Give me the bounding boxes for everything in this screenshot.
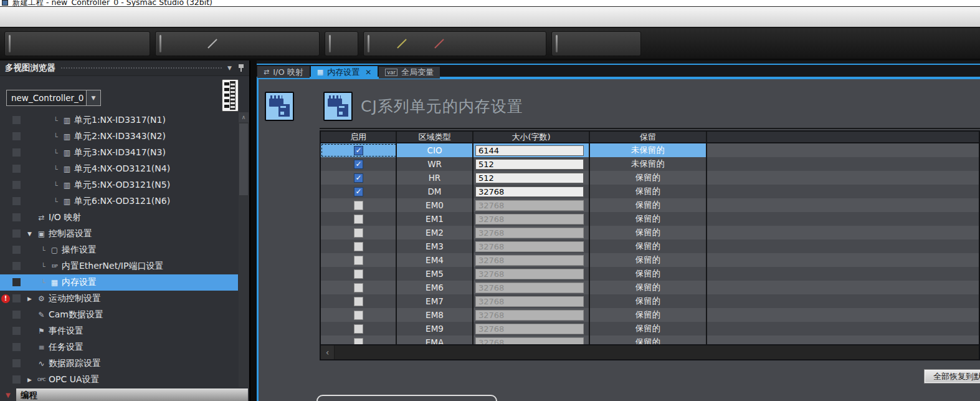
controller-selector[interactable]: new_Controller_0 ▼ — [6, 90, 101, 106]
size-input[interactable]: 32768 — [475, 269, 584, 279]
toolbar-icon[interactable] — [374, 33, 392, 54]
toolbar-icon[interactable] — [166, 33, 184, 54]
menu-item[interactable] — [69, 7, 85, 27]
toolbar-icon[interactable] — [278, 33, 297, 54]
menu-item[interactable] — [101, 7, 117, 27]
table-row[interactable]: EM7 32768 保留的 — [321, 294, 979, 308]
table-row[interactable]: EMA 32768 保留的 — [321, 336, 979, 344]
toolbar-icon[interactable] — [240, 33, 259, 54]
size-input[interactable]: 32768 — [475, 214, 584, 225]
tree-scrollbar[interactable]: ∧ — [239, 112, 249, 387]
scroll-up-icon[interactable]: ∧ — [239, 112, 249, 122]
enable-checkbox[interactable] — [354, 338, 363, 345]
enable-checkbox[interactable] — [354, 146, 363, 155]
size-input[interactable]: 32768 — [475, 310, 584, 321]
toolbar-icon[interactable] — [411, 33, 430, 54]
size-input[interactable]: 32768 — [475, 186, 584, 197]
table-row[interactable]: EM9 32768 保留的 — [321, 322, 979, 336]
toolbar-icon[interactable] — [203, 33, 222, 54]
toolbar-icon[interactable] — [486, 33, 505, 54]
expand-arrow-icon[interactable]: ▼ — [27, 231, 36, 237]
size-input[interactable]: 32768 — [475, 228, 584, 238]
tree-item[interactable]: └ EIP 内置EtherNet/IP端口设置 — [0, 258, 238, 274]
size-input[interactable]: 32768 — [475, 337, 584, 345]
toolbar-icon[interactable] — [449, 33, 467, 54]
toolbar-icon[interactable] — [618, 33, 637, 54]
tree-item[interactable]: └ ▦ 内存设置 — [0, 274, 238, 291]
table-row[interactable]: EM2 32768 保留的 — [321, 226, 979, 239]
toolbar-icon[interactable] — [52, 33, 71, 54]
table-row[interactable]: EM4 32768 保留的 — [321, 253, 979, 267]
expand-arrow-icon[interactable]: ▶ — [27, 296, 36, 302]
toolbar-icon[interactable] — [523, 33, 542, 54]
toolbar-icon[interactable] — [562, 33, 581, 54]
table-row[interactable]: CIO 6144 未保留的 — [321, 143, 979, 157]
toolbar-icon[interactable] — [15, 33, 34, 54]
enable-checkbox[interactable] — [354, 269, 363, 279]
tree-item[interactable]: └ ▥ 单元4:NX-OD3121(N4) — [0, 161, 238, 177]
size-input[interactable]: 6144 — [475, 145, 584, 156]
toolbar-icon[interactable] — [259, 33, 278, 54]
editor-tab[interactable]: var 全局变量 — [379, 67, 440, 79]
table-row[interactable]: WR 512 未保留的 — [321, 157, 979, 171]
chevron-down-icon[interactable]: ▼ — [86, 90, 100, 105]
enable-checkbox[interactable] — [354, 160, 363, 169]
size-input[interactable]: 32768 — [475, 241, 584, 252]
toolbar-icon[interactable] — [127, 33, 146, 54]
toolbar-icon[interactable] — [392, 33, 411, 54]
editor-tab[interactable]: ⇄ I/O 映射 — [257, 66, 310, 78]
size-input[interactable]: 32768 — [475, 283, 584, 293]
tree-item[interactable]: ✎ Cam数据设置 — [0, 307, 238, 323]
size-input[interactable]: 32768 — [475, 255, 584, 266]
tree-item[interactable]: └ ▥ 单元2:NX-ID3343(N2) — [0, 128, 238, 145]
enable-checkbox[interactable] — [354, 297, 363, 306]
tree-item[interactable]: ⚑ 事件设置 — [0, 323, 238, 339]
pin-icon[interactable] — [238, 64, 244, 72]
enable-checkbox[interactable] — [354, 324, 363, 334]
toolbar-icon[interactable] — [505, 33, 523, 54]
restore-defaults-button[interactable]: 全部恢复到默 — [924, 369, 980, 384]
size-input[interactable]: 32768 — [475, 324, 584, 334]
enable-checkbox[interactable] — [354, 187, 363, 196]
expand-arrow-icon[interactable]: ▶ — [27, 377, 36, 383]
menu-item[interactable] — [117, 7, 133, 27]
toolbar-icon[interactable] — [184, 33, 203, 54]
menu-item[interactable] — [85, 7, 101, 27]
toolbar-icon[interactable] — [90, 33, 108, 54]
toolbar-icon[interactable] — [599, 33, 618, 54]
enable-checkbox[interactable] — [354, 173, 363, 183]
toolbar-icon[interactable] — [467, 33, 486, 54]
menu-item[interactable] — [4, 7, 20, 27]
enable-checkbox[interactable] — [354, 201, 363, 210]
tree-item[interactable]: └ ▥ 单元3:NX-ID3417(N3) — [0, 145, 238, 161]
table-row[interactable]: EM3 32768 保留的 — [321, 239, 979, 253]
enable-checkbox[interactable] — [354, 242, 363, 251]
enable-checkbox[interactable] — [354, 228, 363, 238]
tree-item[interactable]: ! ▶ ⚙ 运动控制设置 — [0, 291, 238, 307]
section-expand-icon[interactable]: ▼ — [0, 389, 16, 401]
table-row[interactable]: HR 512 保留的 — [321, 171, 979, 185]
menu-item[interactable] — [52, 7, 69, 27]
tree-item[interactable]: └ ▥ 单元1:NX-ID3317(N1) — [0, 112, 238, 128]
tree-item[interactable]: ▶ OPC OPC UA设置 — [0, 372, 238, 387]
size-input[interactable]: 32768 — [475, 296, 584, 307]
table-row[interactable]: EM8 32768 保留的 — [321, 308, 979, 322]
tree-item[interactable]: └ ▥ 单元6:NX-OD3121(N6) — [0, 193, 238, 210]
scrollbar-thumb[interactable] — [239, 123, 248, 195]
tree-item[interactable]: ▼ ▣ 控制器设置 — [0, 226, 238, 242]
menu-item[interactable] — [150, 7, 166, 27]
menu-item[interactable] — [133, 7, 150, 27]
editor-tab[interactable]: ▦ 内存设置 ✕ — [311, 66, 378, 78]
tree-item[interactable]: └ ▥ 单元5:NX-OD3121(N5) — [0, 177, 238, 193]
toolbar-icon[interactable] — [222, 33, 240, 54]
table-row[interactable]: EM6 32768 保留的 — [321, 281, 979, 294]
horizontal-scrollbar[interactable]: ‹ — [321, 344, 979, 359]
close-icon[interactable]: ✕ — [365, 68, 371, 77]
menu-item[interactable] — [36, 7, 52, 27]
toolbar-icon[interactable] — [430, 33, 449, 54]
menu-item[interactable] — [20, 7, 36, 27]
enable-checkbox[interactable] — [354, 311, 363, 320]
collapse-panel-icon[interactable]: ▼ — [227, 65, 232, 71]
toolbar-icon[interactable] — [297, 33, 315, 54]
toolbar-icon[interactable] — [71, 33, 90, 54]
